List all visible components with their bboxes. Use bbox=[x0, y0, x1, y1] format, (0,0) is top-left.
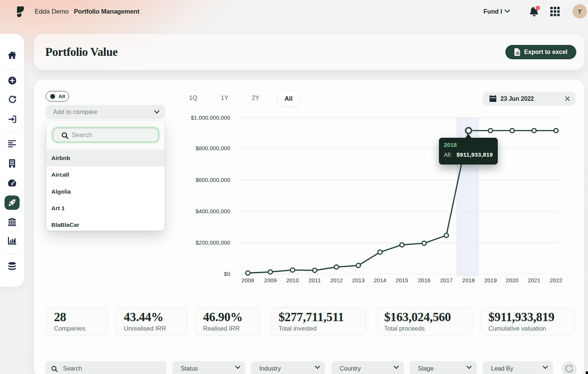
svg-text:2012: 2012 bbox=[330, 277, 343, 283]
svg-text:$0: $0 bbox=[224, 271, 230, 277]
svg-text:$400,000,000: $400,000,000 bbox=[195, 208, 230, 214]
svg-text:$1,000,000,000: $1,000,000,000 bbox=[191, 114, 230, 121]
svg-text:2020: 2020 bbox=[506, 277, 518, 283]
svg-text:2022: 2022 bbox=[550, 277, 562, 283]
svg-text:2009: 2009 bbox=[264, 277, 277, 283]
svg-text:2008: 2008 bbox=[242, 277, 254, 283]
svg-text:2017: 2017 bbox=[440, 277, 453, 283]
svg-text:$200,000,000: $200,000,000 bbox=[195, 239, 230, 246]
svg-text:$800,000,000: $800,000,000 bbox=[195, 145, 230, 151]
svg-text:2015: 2015 bbox=[396, 277, 408, 283]
svg-text:2019: 2019 bbox=[484, 277, 497, 283]
svg-text:2021: 2021 bbox=[528, 277, 540, 283]
svg-text:2014: 2014 bbox=[374, 277, 386, 283]
svg-text:$600,000,000: $600,000,000 bbox=[195, 177, 230, 183]
svg-text:2016: 2016 bbox=[418, 277, 430, 283]
svg-text:2013: 2013 bbox=[352, 277, 365, 283]
svg-text:2018: 2018 bbox=[462, 277, 475, 283]
svg-text:2011: 2011 bbox=[309, 277, 321, 283]
svg-text:2010: 2010 bbox=[286, 277, 299, 283]
